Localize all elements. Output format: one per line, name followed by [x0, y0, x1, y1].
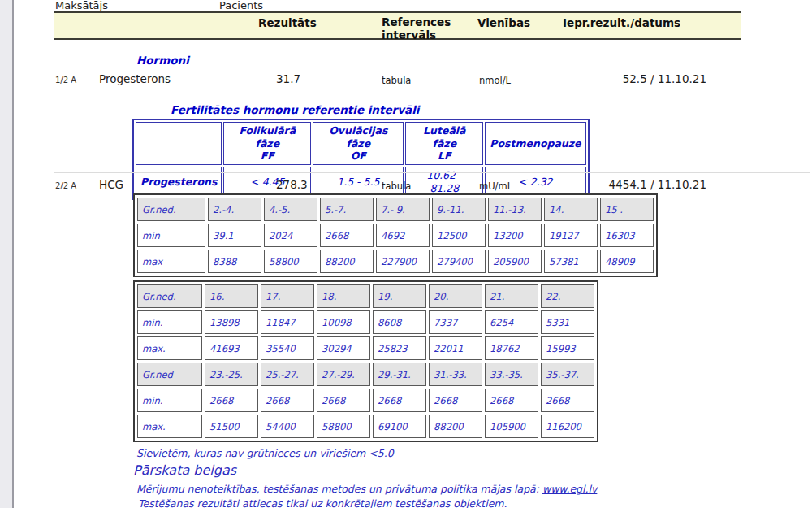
hcg-table-cell: 2668	[429, 389, 482, 412]
hcg-table-cell: 88200	[320, 250, 374, 273]
hcg-table-cell: 2668	[373, 389, 426, 412]
hcg-table-cell: 116200	[541, 415, 594, 438]
hcg-table-cell: 2668	[205, 389, 258, 412]
hcg-table-cell: 22.	[541, 284, 594, 308]
hcg-table-cell: 2668	[261, 389, 314, 412]
hcg-table-cell: 17.	[261, 284, 314, 308]
hcg-table-cell: 41693	[205, 336, 258, 360]
hcg-table-cell: 2668	[320, 224, 374, 247]
hcg-table-cell: max	[137, 250, 205, 273]
disclaimer-text: Mērijumu nenoteiktības, testēšanas metod…	[136, 483, 542, 495]
page-margin-strip	[0, 0, 14, 508]
hcg-table-cell: 21.	[485, 284, 538, 308]
hcg-table-cell: 2668	[317, 389, 370, 412]
fertility-header-ff: Folikulārā fāzeFF	[223, 122, 311, 165]
hcg-table-cell: 15993	[541, 336, 594, 360]
hcg-table-cell: 18762	[485, 336, 538, 360]
hcg-table-cell: 7.- 9.	[376, 198, 430, 221]
result-code: 2/2 A	[55, 181, 76, 190]
hcg-table-cell: 105900	[485, 415, 538, 438]
fertility-header-empty	[136, 122, 222, 165]
results-header-band: Rezultāts References intervāls Vienības …	[54, 11, 741, 40]
hcg-table-row: max.515005440058800691008820010590011620…	[137, 415, 594, 438]
hcg-table-cell: 10098	[317, 310, 370, 334]
hcg-table-cell: Gr.ned.	[137, 284, 202, 308]
hcg-table-cell: 279400	[432, 250, 486, 273]
hcg-table-cell: 2668	[541, 389, 594, 412]
hcg-table-cell: 27.-29.	[317, 363, 370, 386]
hcg-table-cell: 13200	[488, 224, 542, 247]
hcg-table-cell: min.	[137, 389, 202, 412]
hcg-table-cell: Gr.ned	[137, 363, 202, 386]
hcg-table-cell: 51500	[205, 415, 258, 438]
hcg-table-cell: 227900	[376, 250, 430, 273]
result-name: Progesterons	[99, 72, 171, 85]
result-previous: 52.5 / 11.10.21	[476, 72, 706, 85]
hcg-table-row: Gr.ned23.-25.25.-27.27.-29.29.-31.31.-33…	[137, 363, 594, 386]
hcg-weeks-table-1: Gr.ned.2.-4.4.-5.5.-7.7.- 9.9.-11.11.-13…	[133, 193, 658, 277]
test-objects-note: Testēšanas rezultāti attiecas tikai uz k…	[138, 497, 507, 508]
hcg-table-cell: 2.-4.	[208, 198, 261, 221]
result-value: 31.7	[276, 72, 300, 85]
fertility-header-postmenopause: Postmenopauze	[485, 122, 585, 165]
row-separator-line	[54, 172, 810, 173]
non-pregnant-note: Sievietēm, kuras nav grūtnieces un vīrie…	[136, 447, 394, 459]
hcg-table-cell: 13898	[205, 310, 258, 334]
column-header-previous: Iepr.rezult./datums	[563, 16, 680, 29]
hcg-table-cell: max.	[137, 415, 202, 438]
hcg-table-cell: 7337	[429, 310, 482, 334]
hcg-table-cell: 35.-37.	[541, 363, 594, 386]
hcg-table-cell: 18.	[317, 284, 370, 308]
hcg-table-cell: 58800	[317, 415, 370, 438]
hcg-table-cell: 23.-25.	[205, 363, 258, 386]
hcg-table-cell: 25.-27.	[261, 363, 314, 386]
hcg-table-cell: 69100	[373, 415, 426, 438]
hcg-table-cell: 4.-5.	[264, 198, 317, 221]
result-reference: tabula	[382, 75, 411, 86]
hcg-table-cell: 29.-31.	[373, 363, 426, 386]
hcg-table-cell: 11847	[261, 310, 314, 334]
hcg-table-cell: 35540	[261, 336, 314, 360]
hcg-weeks-table-2: Gr.ned.16.17.18.19.20.21.22.min.13898118…	[133, 280, 598, 442]
section-title-hormones: Hormoni	[136, 54, 189, 67]
hcg-table-row: min39.120242668469212500132001912716303	[137, 224, 654, 247]
hcg-table-cell: 19.	[373, 284, 426, 308]
result-code: 1/2 A	[55, 76, 76, 85]
hcg-table-cell: 20.	[429, 284, 482, 308]
fertility-header-row: Folikulārā fāzeFF Ovulācijas fāzeOF Lute…	[136, 122, 586, 165]
hcg-table-cell: Gr.ned.	[137, 198, 205, 221]
hcg-table-row: min.2668266826682668266826682668	[137, 389, 594, 412]
hcg-table-cell: max.	[137, 336, 202, 360]
hcg-table-cell: 16303	[600, 224, 654, 247]
hcg-table-cell: 54400	[261, 415, 314, 438]
patient-label: Pacients	[219, 0, 263, 11]
hcg-table-cell: 48909	[600, 250, 654, 273]
egl-website-link[interactable]: www.egl.lv	[542, 483, 597, 495]
hcg-table-cell: 16.	[205, 284, 258, 308]
hcg-table-cell: 31.-33.	[429, 363, 482, 386]
result-name: HCG	[99, 178, 123, 191]
hcg-table-cell: 8388	[208, 250, 261, 273]
fertility-header-lf: Luteālā fāzeLF	[405, 122, 483, 165]
hcg-table-cell: 39.1	[208, 224, 261, 247]
hcg-table-row: Gr.ned.2.-4.4.-5.5.-7.7.- 9.9.-11.11.-13…	[137, 198, 654, 221]
fertility-table-title: Fertilitātes hormonu referentie intervāl…	[171, 103, 419, 116]
hcg-table-cell: 2024	[264, 224, 317, 247]
hcg-table-row: Gr.ned.16.17.18.19.20.21.22.	[137, 284, 594, 308]
hcg-table-cell: 15 .	[600, 198, 654, 221]
hcg-table-cell: 6254	[485, 310, 538, 334]
hcg-table-cell: 12500	[432, 224, 486, 247]
result-row-hcg: 2/2 A HCG 278.3 tabula mU/mL 4454.1 / 11…	[54, 178, 741, 193]
hcg-table-cell: 88200	[429, 415, 482, 438]
hcg-table-cell: 9.-11.	[432, 198, 486, 221]
disclaimer-line: Mērijumu nenoteiktības, testēšanas metod…	[136, 483, 597, 495]
hcg-table-cell: 5.-7.	[320, 198, 374, 221]
fertility-header-of: Ovulācijas fāzeOF	[313, 122, 404, 165]
column-header-reference: References intervāls	[382, 16, 460, 41]
payer-label: Maksātājs	[55, 0, 108, 11]
hcg-table-cell: 22011	[429, 336, 482, 360]
hcg-table-cell: 205900	[488, 250, 542, 273]
result-value: 278.3	[276, 178, 308, 191]
column-header-units: Vienības	[477, 16, 530, 29]
result-reference: tabula	[382, 180, 411, 192]
